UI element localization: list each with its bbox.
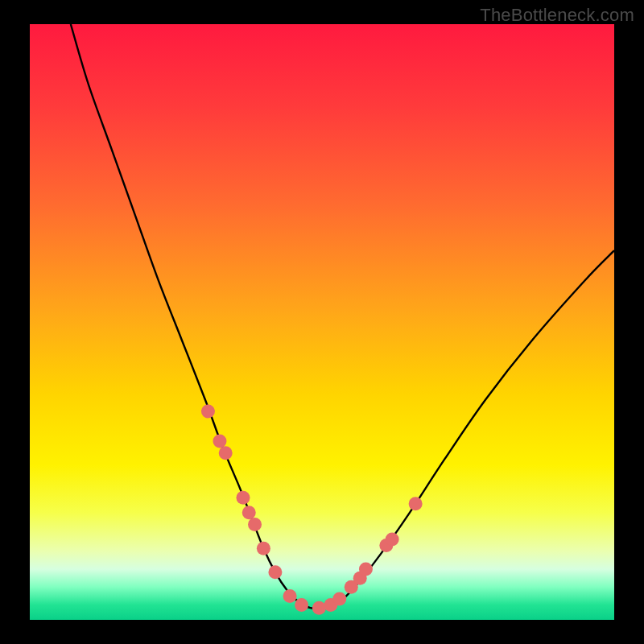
marker-point	[213, 435, 226, 448]
marker-point	[409, 497, 423, 510]
bottleneck-chart	[30, 24, 614, 620]
gradient-background	[30, 24, 614, 620]
marker-point	[268, 565, 282, 579]
marker-point	[248, 518, 262, 531]
marker-point	[386, 533, 399, 547]
marker-point	[201, 405, 215, 419]
marker-point	[295, 598, 308, 612]
marker-point	[312, 601, 326, 615]
watermark-text: TheBottleneck.com	[480, 5, 634, 26]
marker-point	[219, 446, 233, 460]
plot-area	[30, 24, 614, 620]
marker-point	[236, 491, 250, 505]
marker-point	[257, 542, 270, 555]
marker-point	[242, 506, 256, 519]
marker-point	[332, 592, 346, 606]
marker-point	[359, 563, 373, 576]
marker-point	[283, 589, 297, 603]
chart-container: TheBottleneck.com	[0, 0, 644, 644]
